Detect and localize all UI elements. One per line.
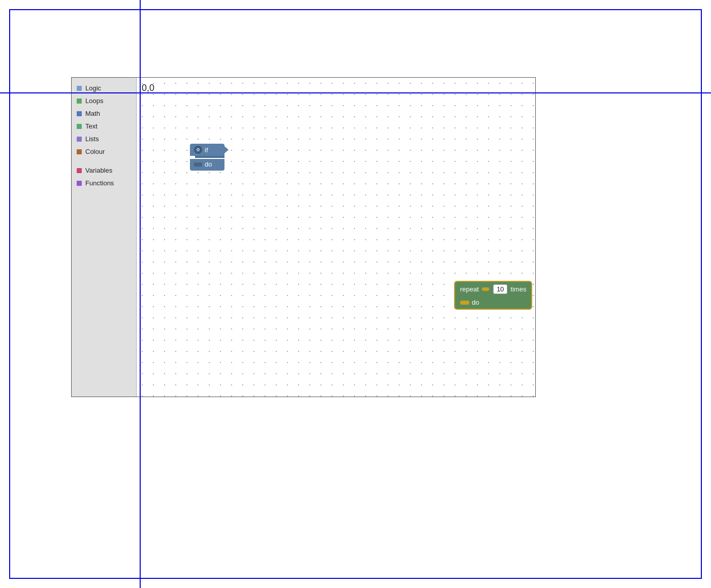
horizontal-guideline [0, 92, 711, 93]
outer-border [9, 9, 702, 579]
vertical-guideline [140, 0, 141, 588]
